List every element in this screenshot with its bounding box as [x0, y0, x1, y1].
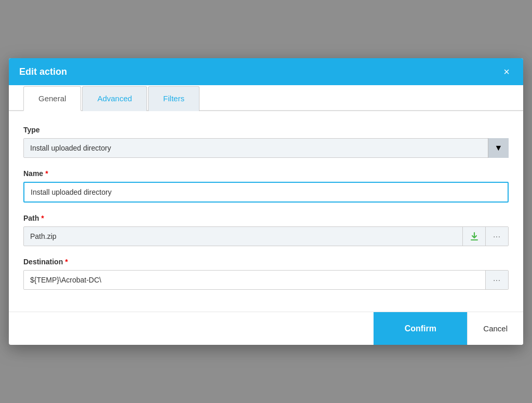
- overlay: Edit action × General Advanced Filters: [0, 0, 532, 403]
- destination-input[interactable]: [24, 271, 485, 289]
- type-field-group: Type Install uploaded directory ▼: [23, 126, 509, 158]
- dialog-body: General Advanced Filters Type Install up…: [9, 85, 523, 312]
- tab-advanced[interactable]: Advanced: [82, 86, 147, 111]
- type-select-wrapper: Install uploaded directory ▼: [23, 138, 509, 158]
- edit-action-dialog: Edit action × General Advanced Filters: [9, 58, 523, 345]
- download-icon: [469, 231, 480, 241]
- dialog-header: Edit action ×: [9, 58, 523, 85]
- destination-ellipsis-icon: ···: [493, 276, 501, 284]
- path-download-button[interactable]: [462, 227, 485, 246]
- tab-filters[interactable]: Filters: [148, 86, 200, 111]
- path-required-indicator: *: [41, 214, 44, 222]
- name-required-indicator: *: [45, 169, 48, 178]
- confirm-button[interactable]: Confirm: [374, 312, 467, 345]
- svg-rect-0: [471, 239, 478, 240]
- dialog-title: Edit action: [19, 66, 67, 77]
- name-field-group: Name *: [23, 169, 509, 203]
- destination-required-indicator: *: [65, 258, 68, 266]
- type-label: Type: [23, 126, 509, 134]
- name-input[interactable]: [23, 182, 509, 203]
- path-label: Path *: [23, 214, 509, 222]
- ellipsis-icon: ···: [493, 232, 501, 240]
- path-field-group: Path * ···: [23, 214, 509, 246]
- destination-label: Destination *: [23, 258, 509, 266]
- path-input[interactable]: [24, 227, 462, 246]
- cancel-button[interactable]: Cancel: [467, 312, 523, 345]
- destination-ellipsis-button[interactable]: ···: [485, 271, 508, 289]
- path-input-wrapper: ···: [23, 226, 509, 246]
- destination-input-wrapper: ···: [23, 270, 509, 290]
- tab-general[interactable]: General: [23, 86, 81, 111]
- dialog-footer: Confirm Cancel: [9, 312, 523, 345]
- close-button[interactable]: ×: [500, 65, 513, 78]
- tabs-container: General Advanced Filters: [9, 85, 523, 111]
- type-select[interactable]: Install uploaded directory: [23, 138, 509, 158]
- destination-field-group: Destination * ···: [23, 258, 509, 290]
- path-ellipsis-button[interactable]: ···: [485, 227, 508, 246]
- name-label: Name *: [23, 169, 509, 178]
